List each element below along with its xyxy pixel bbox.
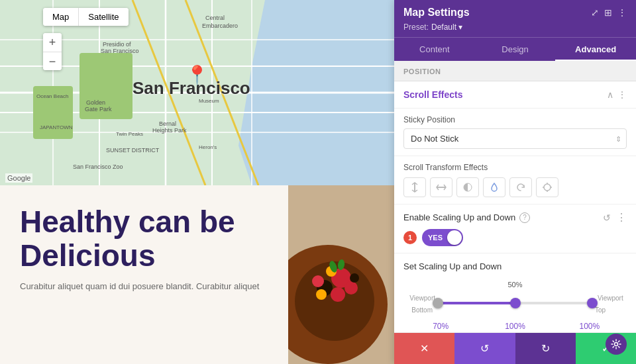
map-container: FISHERMAN'S WHARF Presidio of San Franci…	[0, 0, 394, 185]
google-label: Google	[5, 173, 32, 183]
zoom-in-button[interactable]: +	[43, 33, 62, 52]
slider-track	[438, 302, 592, 304]
toggle-yes-label: YES	[423, 232, 447, 244]
preset-row: Preset: Default ▾	[403, 23, 627, 32]
scroll-transform-section: Scroll Transform Effects	[394, 156, 636, 205]
cancel-button[interactable]: ✕	[394, 333, 454, 364]
settings-panel: Map Settings ⤢ ⊞ ⋮ Preset: Default ▾ Con…	[394, 0, 636, 364]
enable-scaling-right: ↺ ⋮	[603, 211, 627, 224]
position-section: POSITION	[394, 61, 636, 81]
svg-rect-46	[414, 183, 415, 192]
preset-label: Preset:	[403, 23, 429, 32]
slider-thumb-left[interactable]	[433, 298, 443, 308]
scroll-transform-label: Scroll Transform Effects	[403, 163, 627, 172]
transform-icons-row	[403, 177, 627, 197]
set-scaling-title: Set Scaling Up and Down	[403, 261, 627, 271]
transform-rotate-icon[interactable]	[509, 177, 532, 197]
slider-thumb-right[interactable]	[587, 298, 598, 308]
svg-text:JAPANTOWN: JAPANTOWN	[40, 124, 73, 130]
svg-rect-47	[437, 187, 446, 188]
preset-value[interactable]: Default ▾	[431, 23, 462, 32]
satellite-button[interactable]: Satellite	[78, 8, 128, 26]
set-scaling-section: Set Scaling Up and Down 50% ViewportBott…	[394, 253, 636, 332]
sticky-position-label: Sticky Position	[403, 115, 627, 124]
sticky-position-select-wrapper: Do Not Stick Stick to Top Stick to Botto…	[403, 128, 627, 149]
svg-text:Embarcadero: Embarcadero	[202, 23, 238, 29]
panel-footer: ✕ ↺ ↻ ✓	[394, 332, 636, 364]
toggle-row: 1 YES	[403, 229, 627, 246]
svg-text:Ocean Beach: Ocean Beach	[36, 93, 68, 99]
headline-line2: Delicious	[20, 238, 156, 273]
mid-scale: 100% Mid Scale	[478, 322, 552, 332]
ending-scale-percent: 100%	[553, 322, 627, 331]
maximize-icon[interactable]: ⤢	[591, 7, 599, 18]
reset-left-button[interactable]: ↺	[454, 333, 515, 364]
enable-scaling-section: Enable Scaling Up and Down ? ↺ ⋮ 1 YES	[394, 205, 636, 253]
panel-title: Map Settings	[403, 7, 470, 19]
columns-icon[interactable]: ⊞	[604, 7, 612, 18]
map-button[interactable]: Map	[43, 8, 78, 26]
svg-text:San Francisco: San Francisco	[101, 48, 139, 54]
tab-advanced[interactable]: Advanced	[555, 38, 636, 61]
tab-content[interactable]: Content	[394, 38, 475, 61]
scaling-more-icon[interactable]: ⋮	[616, 211, 627, 224]
scroll-effects-title: Scroll Effects	[403, 89, 462, 100]
transform-vertical-icon[interactable]	[403, 177, 426, 197]
svg-text:Heights Park: Heights Park	[152, 127, 187, 134]
scroll-effects-section: Scroll Effects ∧ ⋮ Sticky Position Do No…	[394, 81, 636, 332]
text-content: Healthy can be Delicious Curabitur aliqu…	[0, 185, 288, 364]
viewport-bottom-label: ViewportBottom	[409, 295, 435, 314]
panel-title-row: Map Settings ⤢ ⊞ ⋮	[403, 7, 627, 19]
starting-scale: 70% StartingScale	[403, 322, 478, 332]
scroll-more-icon[interactable]: ⋮	[617, 89, 627, 100]
panel-header: Map Settings ⤢ ⊞ ⋮ Preset: Default ▾	[394, 0, 636, 37]
scaling-toggle[interactable]: YES	[422, 229, 463, 246]
transform-horizontal-icon[interactable]	[430, 177, 452, 197]
map-type-toggle[interactable]: Map Satellite	[43, 8, 129, 26]
svg-point-49	[544, 184, 551, 191]
svg-text:Heron's: Heron's	[199, 144, 217, 150]
reset-right-button[interactable]: ↻	[515, 333, 576, 364]
badge-1: 1	[403, 231, 417, 244]
panel-title-icons: ⤢ ⊞ ⋮	[591, 7, 627, 18]
starting-scale-percent: 70%	[403, 322, 478, 331]
chevron-icon[interactable]: ∧	[607, 89, 613, 100]
panel-body: POSITION Scroll Effects ∧ ⋮ Sticky Posit…	[394, 61, 636, 332]
svg-text:Twin Peaks: Twin Peaks	[116, 131, 143, 137]
food-image	[288, 185, 394, 364]
food-svg	[288, 185, 394, 364]
scale-labels: 70% StartingScale 100% Mid Scale 100% En…	[403, 322, 627, 332]
slider-row: ViewportBottom ViewportTop	[403, 291, 627, 315]
transform-blur-icon[interactable]	[483, 177, 505, 197]
confirm-button[interactable]: ✓	[576, 333, 636, 364]
svg-text:Presidio of: Presidio of	[103, 41, 131, 48]
help-icon[interactable]: ?	[519, 212, 530, 223]
zoom-out-button[interactable]: −	[43, 52, 62, 70]
scroll-effects-header[interactable]: Scroll Effects ∧ ⋮	[394, 81, 636, 109]
viewport-top-label: ViewportTop	[595, 295, 623, 314]
enable-scaling-header: Enable Scaling Up and Down ? ↺ ⋮	[403, 211, 627, 224]
slider-fill	[438, 302, 515, 304]
ending-scale: 100% EndingScale	[553, 322, 627, 332]
map-pin: 📍	[186, 66, 209, 85]
panel-more-icon[interactable]: ⋮	[617, 7, 627, 18]
tab-design[interactable]: Design	[475, 38, 556, 61]
enable-scaling-left: Enable Scaling Up and Down ?	[403, 212, 530, 223]
panel-tabs: Content Design Advanced	[394, 37, 636, 61]
subtext: Curabitur aliquet quam id dui posuere bl…	[20, 280, 268, 293]
transform-scale-icon[interactable]	[536, 177, 558, 197]
svg-text:Gate Park: Gate Park	[85, 106, 112, 113]
content-area: Healthy can be Delicious Curabitur aliqu…	[0, 185, 394, 364]
sticky-position-select[interactable]: Do Not Stick Stick to Top Stick to Botto…	[403, 128, 627, 149]
svg-point-41	[350, 273, 359, 283]
zoom-controls: + −	[43, 33, 62, 70]
position-label: POSITION	[403, 68, 441, 75]
reset-scaling-icon[interactable]: ↺	[603, 212, 611, 223]
mid-scale-percent: 100%	[478, 322, 552, 331]
svg-point-43	[316, 289, 327, 300]
slider-thumb-mid[interactable]	[510, 298, 521, 308]
svg-point-54	[615, 343, 618, 346]
transform-opacity-icon[interactable]	[456, 177, 479, 197]
floating-settings-icon[interactable]	[606, 334, 627, 355]
svg-point-40	[312, 275, 324, 287]
